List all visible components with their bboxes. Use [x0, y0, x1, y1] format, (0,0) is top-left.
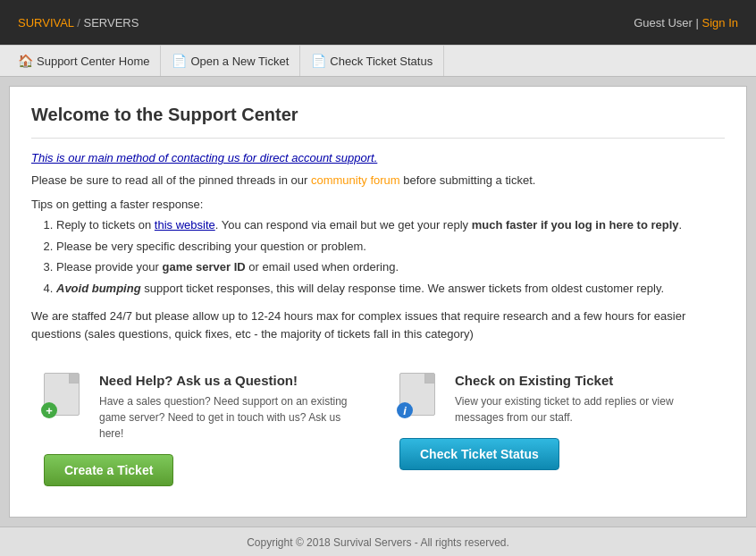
- main-content: Welcome to the Support Center This is ou…: [9, 86, 747, 518]
- card-existing-description: View your existing ticket to add replies…: [455, 393, 712, 425]
- card-existing-text: Check on Existing Ticket View your exist…: [455, 373, 712, 425]
- nav-support-home[interactable]: 🏠 Support Center Home: [7, 46, 161, 76]
- card-new-description: Have a sales question? Need support on a…: [99, 393, 357, 442]
- nav-open-ticket[interactable]: 📄 Open a New Ticket: [161, 46, 300, 76]
- card-existing-icon-wrap: i: [399, 373, 444, 417]
- sign-in-link[interactable]: Sign In: [702, 16, 738, 29]
- divider: [31, 138, 725, 139]
- check-ticket-status-button[interactable]: Check Ticket Status: [399, 438, 559, 470]
- card-new-inner: + Need Help? Ask us a Question! Have a s…: [44, 373, 357, 442]
- check-status-icon: 📄: [311, 54, 325, 68]
- welcome-title: Welcome to the Support Center: [31, 105, 725, 125]
- tips-heading: Tips on getting a faster response:: [31, 198, 725, 211]
- staffed-note: We are staffed 24/7 but please allow up …: [31, 307, 725, 342]
- nav-check-status[interactable]: 📄 Check Ticket Status: [300, 46, 444, 76]
- card-existing-title: Check on Existing Ticket: [455, 373, 712, 388]
- navigation-bar: 🏠 Support Center Home 📄 Open a New Ticke…: [0, 45, 756, 77]
- logo-servers-text: SERVERS: [83, 16, 139, 29]
- tips-list: Reply to tickets on this website. You ca…: [56, 216, 725, 297]
- create-ticket-button[interactable]: Create a Ticket: [44, 454, 173, 486]
- card-new-text: Need Help? Ask us a Question! Have a sal…: [99, 373, 357, 442]
- card-new-icon-wrap: +: [44, 373, 88, 417]
- card-new-title: Need Help? Ask us a Question!: [99, 373, 357, 388]
- existing-ticket-doc-icon: i: [399, 373, 435, 416]
- nav-open-ticket-label: Open a New Ticket: [190, 55, 289, 68]
- tip-4-after: support ticket responses, this will dela…: [141, 282, 664, 295]
- tip-1-bold: much faster if you log in here to reply: [472, 218, 679, 232]
- card-existing-inner: i Check on Existing Ticket View your exi…: [399, 373, 712, 425]
- tip-2: Please be very specific describing your …: [56, 238, 725, 256]
- tip-4-italic-bold: Avoid bumping: [56, 282, 141, 295]
- community-note: Please be sure to read all of the pinned…: [31, 173, 725, 187]
- home-icon: 🏠: [18, 54, 32, 68]
- community-forum-link[interactable]: community forum: [311, 173, 400, 187]
- tip-3-before: Please provide your: [56, 260, 163, 274]
- existing-ticket-badge: i: [397, 402, 413, 418]
- subtitle-text: This is our main method of contacting us…: [31, 151, 725, 164]
- nav-check-status-label: Check Ticket Status: [330, 55, 433, 68]
- new-ticket-icon: 📄: [172, 54, 186, 68]
- community-note-before: Please be sure to read all of the pinned…: [31, 173, 311, 187]
- guest-user-label: Guest User |: [634, 16, 701, 29]
- tip-1: Reply to tickets on this website. You ca…: [56, 216, 725, 234]
- nav-support-home-label: Support Center Home: [37, 55, 149, 68]
- page-header: SURVIVAL / SERVERS Guest User | Sign In: [0, 0, 756, 45]
- tip-4: Avoid bumping support ticket responses, …: [56, 280, 725, 298]
- logo: SURVIVAL / SERVERS: [18, 16, 139, 29]
- tip-3-bold: game server ID: [163, 260, 246, 274]
- logo-survival-text: SURVIVAL: [18, 16, 74, 29]
- main-wrapper: Welcome to the Support Center This is ou…: [0, 77, 756, 527]
- cards-row: + Need Help? Ask us a Question! Have a s…: [31, 360, 725, 499]
- tip-3: Please provide your game server ID or em…: [56, 258, 725, 276]
- community-note-after: before submitting a ticket.: [400, 173, 536, 187]
- tip-3-after: or email used when ordering.: [246, 260, 399, 274]
- this-website-link[interactable]: this website: [155, 218, 215, 232]
- new-ticket-card: + Need Help? Ask us a Question! Have a s…: [31, 360, 369, 499]
- header-user-info: Guest User | Sign In: [634, 16, 738, 29]
- existing-ticket-card: i Check on Existing Ticket View your exi…: [387, 360, 725, 499]
- new-ticket-doc-icon: +: [44, 373, 80, 416]
- new-ticket-badge: +: [41, 402, 57, 418]
- footer-copyright: Copyright © 2018 Survival Servers - All …: [247, 536, 509, 549]
- page-footer: Copyright © 2018 Survival Servers - All …: [0, 527, 756, 556]
